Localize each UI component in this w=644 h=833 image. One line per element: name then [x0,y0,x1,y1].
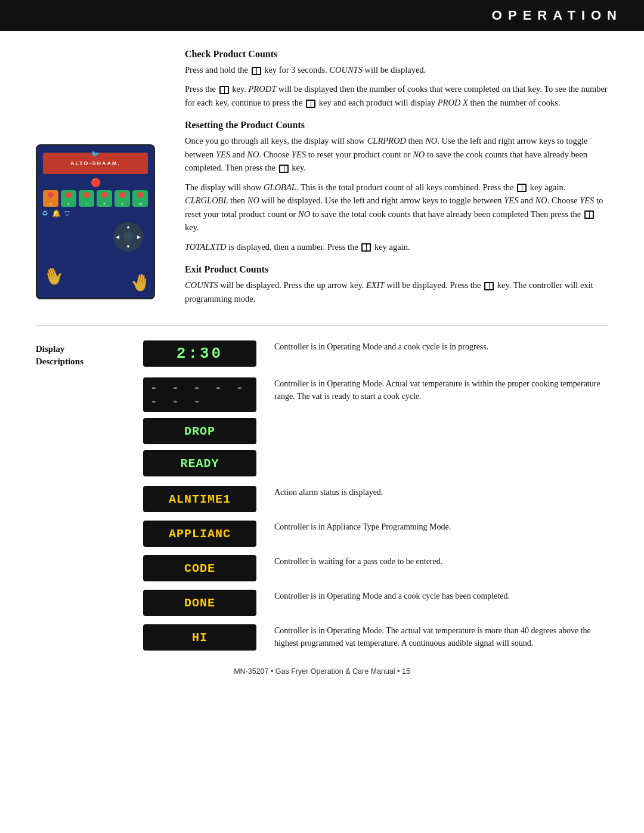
btn-indicator [101,192,107,198]
btn-9: 9 [114,190,130,207]
display-label-line1: Display [36,344,64,354]
display-desc-hi: Controller is in Operating Mode. The act… [256,624,608,649]
exit-counts-para1: COUNTS will be displayed. Press the up a… [185,278,608,305]
lcd-time: 2:30 [143,340,256,367]
display-group-2: - - - - - - - - DROP READY [143,377,256,476]
btn-indicator [83,192,89,198]
brand-label: ALTO-SHAAM. [70,160,120,166]
main-content: 🐦 ALTO-SHAAM. 🔴 5 6 [0,31,644,699]
btn-indicator [48,192,54,198]
exit-counts-heading: Exit Product Counts [185,264,608,275]
section-divider [36,326,608,326]
display-col: 2:30 [143,340,256,367]
left-column: 🐦 ALTO-SHAAM. 🔴 5 6 [36,49,167,311]
reset-counts-para1: Once you go through all keys, the displa… [185,134,608,174]
reset-counts-heading: Resetting the Product Counts [185,120,608,131]
ctrl-icon-1: ♻ [42,209,48,218]
display-alntime1-col: ALNTIME1 [143,486,256,512]
reset-counts-para3: TOTALXTD is displayed, then a number. Pr… [185,240,608,253]
lcd-drop: DROP [143,418,256,444]
hand-right-icon: 🤚 [128,271,152,294]
btn-8: 8 [97,190,112,207]
display-applianc-col: APPLIANC [143,521,256,547]
lcd-alntime1: ALNTIME1 [143,486,256,512]
display-desc-alntime1: Action alarm status is displayed. [256,486,608,498]
display-label-line2: Descriptions [36,357,83,366]
lcd-code: CODE [143,555,256,581]
check-counts-para2: Press the key. PRODT will be displayed t… [185,82,608,109]
reset-counts-para2: The display will show GLOBAL. This is th… [185,181,608,234]
btn-indicator [137,192,143,198]
display-hi-col: HI [143,624,256,651]
controller-image: 🐦 ALTO-SHAAM. 🔴 5 6 [36,144,155,299]
logo-icon: 🔴 [91,178,101,188]
top-section: 🐦 ALTO-SHAAM. 🔴 5 6 [36,49,608,311]
check-counts-heading: Check Product Counts [185,49,608,60]
ctrl-icon-2: 🔔 [52,209,61,218]
display-desc-applianc: Controller is in Appliance Type Programm… [256,521,608,533]
display-done-col: DONE [143,590,256,616]
btn-5: 5 [43,190,58,207]
page-title: OPERATION [492,8,623,23]
dpad: ▲ ▼ ◀ ▶ [113,222,143,252]
display-desc-code: Controller is waiting for a pass code to… [256,555,608,568]
bird-icon: 🐦 [91,150,100,158]
display-label: Display Descriptions [36,340,143,368]
hand-left-icon: 🤚 [40,264,66,289]
lcd-applianc: APPLIANC [143,521,256,547]
lcd-dashes: - - - - - - - - [143,377,256,412]
display-descriptions-section: Display Descriptions 2:30 Controller is … [36,340,608,651]
display-desc-0: Controller is in Operating Mode and a co… [256,340,608,353]
dpad-left: ◀ [116,234,119,240]
dpad-center [123,232,133,241]
display-desc-done: Controller is in Operating Mode and a co… [256,590,608,602]
dpad-down: ▼ [126,244,131,249]
lcd-ready: READY [143,450,256,476]
ctrl-icon-3: ▽ [64,209,70,218]
lcd-done: DONE [143,590,256,616]
footer: MN-35207 • Gas Fryer Operation & Care Ma… [36,667,608,676]
check-counts-para1: Press and hold the key for 3 seconds. CO… [185,63,608,76]
display-code-col: CODE [143,555,256,581]
btn-indicator [119,192,125,198]
page-header: OPERATION [0,0,644,31]
btn-7: 7 [79,190,94,207]
dpad-right: ▶ [137,234,141,240]
btn-indicator [66,192,72,198]
display-desc-1: Controller is in Operating Mode. Actual … [256,377,608,402]
btn-6: 6 [61,190,76,207]
icons-row: ♻ 🔔 ▽ [42,209,149,218]
nav-area: ▲ ▼ ◀ ▶ [37,222,143,252]
buttons-row-1: 5 6 7 8 9 [42,190,149,207]
lcd-hi: HI [143,624,256,651]
dpad-up: ▲ [126,224,131,230]
btn-10: 10 [132,190,148,207]
right-column: Check Product Counts Press and hold the … [185,49,608,311]
